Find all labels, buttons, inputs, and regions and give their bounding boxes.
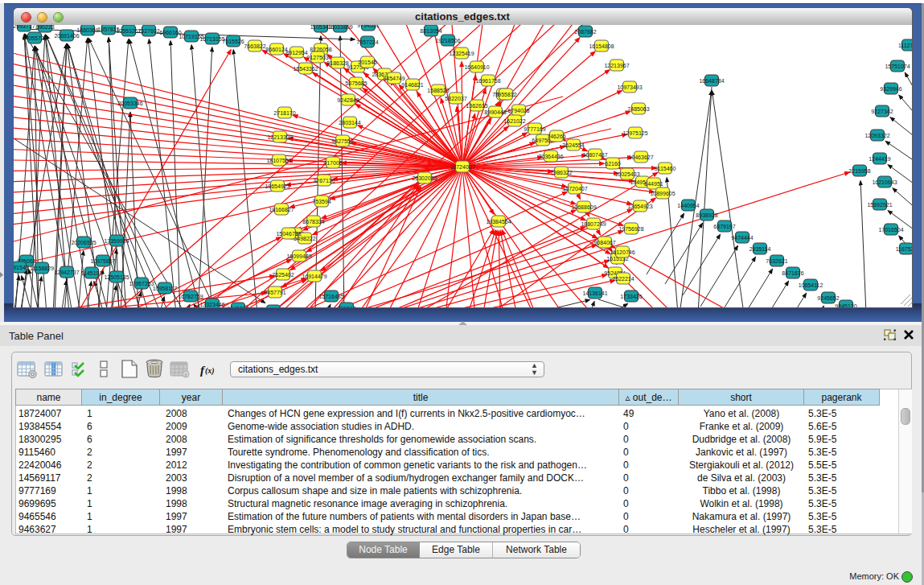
svg-text:1621022: 1621022 (503, 118, 525, 124)
svg-text:8471676: 8471676 (782, 270, 803, 276)
svg-text:9146821: 9146821 (401, 82, 423, 88)
svg-text:760312: 760312 (337, 306, 355, 308)
svg-text:7663822: 7663822 (244, 43, 265, 49)
svg-text:12213309: 12213309 (267, 134, 292, 140)
svg-text:1112747: 1112747 (898, 43, 912, 48)
svg-text:8990448: 8990448 (484, 109, 506, 115)
svg-text:844951: 844951 (644, 181, 663, 187)
svg-text:1588520: 1588520 (427, 88, 449, 93)
svg-text:8186328: 8186328 (326, 60, 348, 66)
svg-text:7632621: 7632621 (766, 258, 787, 264)
svg-text:9242848: 9242848 (337, 97, 359, 103)
svg-text:15720407: 15720407 (562, 186, 587, 192)
svg-text:746266: 746266 (547, 134, 565, 139)
svg-text:5498222: 5498222 (294, 236, 315, 241)
svg-text:16154808: 16154808 (589, 43, 614, 49)
svg-text:7986322: 7986322 (550, 170, 572, 175)
svg-text:16099489: 16099489 (286, 253, 311, 259)
svg-text:7522214: 7522214 (612, 276, 634, 282)
svg-text:17957253: 17957253 (129, 281, 154, 286)
svg-text:19756928: 19756928 (618, 226, 643, 232)
svg-text:20364436: 20364436 (538, 154, 563, 159)
svg-text:10973493: 10973493 (617, 84, 642, 90)
svg-text:9474444: 9474444 (731, 235, 753, 241)
svg-text:20206535: 20206535 (71, 240, 96, 245)
svg-text:12975125: 12975125 (622, 130, 647, 136)
svg-text:3624554: 3624554 (562, 142, 584, 148)
svg-text:7515526: 7515526 (222, 39, 244, 44)
svg-text:9115460: 9115460 (655, 166, 676, 171)
svg-text:9794531: 9794531 (357, 25, 379, 28)
svg-text:20053346: 20053346 (117, 101, 142, 106)
svg-text:19384554: 19384554 (486, 219, 511, 225)
svg-text:9084067: 9084067 (593, 240, 615, 245)
svg-text:9329946: 9329946 (880, 86, 901, 92)
svg-text:10025433: 10025433 (614, 171, 639, 177)
svg-text:1244419: 1244419 (869, 156, 890, 162)
svg-text:7485063: 7485063 (627, 106, 649, 112)
svg-text:16914479: 16914479 (302, 274, 326, 279)
svg-text:1167534: 1167534 (896, 246, 912, 252)
svg-text:20691406: 20691406 (54, 33, 79, 39)
svg-text:8938928: 8938928 (696, 212, 717, 218)
svg-text:890223: 890223 (35, 25, 54, 30)
svg-text:5875685: 5875685 (345, 80, 367, 86)
svg-text:3267130: 3267130 (313, 178, 335, 183)
svg-text:2718170: 2718170 (273, 110, 295, 116)
svg-text:9457791: 9457791 (264, 290, 285, 295)
svg-text:7857224: 7857224 (356, 39, 378, 45)
svg-text:8660124: 8660124 (265, 47, 287, 52)
svg-text:2935114: 2935114 (749, 246, 771, 252)
svg-text:1527602: 1527602 (138, 28, 159, 34)
svg-text:753594: 753594 (312, 199, 331, 204)
svg-text:10958117: 10958117 (153, 286, 178, 291)
svg-text:x: x (184, 372, 187, 377)
svg-text:9777169: 9777169 (524, 126, 545, 132)
svg-text:16713155: 16713155 (199, 36, 224, 42)
svg-text:2993717: 2993717 (14, 25, 35, 29)
svg-text:9127503: 9127503 (306, 55, 328, 60)
svg-text:18807249: 18807249 (581, 221, 606, 227)
svg-text:2087682: 2087682 (574, 29, 596, 35)
svg-text:16961758: 16961758 (475, 78, 500, 84)
svg-text:9245652: 9245652 (817, 295, 839, 301)
svg-text:201546: 201546 (358, 60, 376, 65)
svg-text:9245012: 9245012 (227, 306, 248, 308)
svg-text:6794028: 6794028 (507, 108, 529, 113)
svg-text:16210643: 16210643 (872, 179, 897, 185)
svg-text:5322037: 5322037 (445, 96, 466, 101)
svg-text:6879197: 6879197 (713, 224, 735, 229)
svg-text:13323446: 13323446 (199, 302, 224, 307)
svg-text:10654112: 10654112 (799, 282, 823, 288)
svg-text:17016504: 17016504 (878, 227, 903, 233)
svg-text:7955812: 7955812 (495, 92, 516, 97)
svg-text:1860369: 1860369 (76, 27, 98, 33)
svg-text:1733426: 1733426 (620, 294, 642, 299)
svg-text:18724007: 18724007 (450, 164, 474, 170)
svg-text:15716485: 15716485 (318, 294, 343, 299)
svg-text:62160: 62160 (605, 161, 621, 167)
svg-text:1145193: 1145193 (81, 270, 103, 276)
svg-text:417006: 417006 (323, 160, 342, 166)
svg-text:10463627: 10463627 (628, 154, 653, 160)
svg-text:(x): (x) (205, 366, 215, 376)
svg-text:8678334: 8678334 (302, 219, 324, 225)
svg-text:15692921: 15692921 (867, 202, 892, 208)
svg-text:16648784: 16648784 (699, 78, 724, 84)
svg-text:12213967: 12213967 (604, 63, 629, 68)
svg-text:14136141: 14136141 (582, 290, 607, 296)
svg-text:12942737: 12942737 (54, 270, 79, 275)
svg-text:25302035: 25302035 (412, 175, 437, 181)
svg-text:12505135: 12505135 (104, 274, 129, 280)
svg-text:14055724: 14055724 (22, 35, 47, 41)
svg-text:13654923: 13654923 (627, 204, 652, 209)
svg-text:8813054: 8813054 (420, 28, 441, 34)
svg-text:12325419: 12325419 (449, 51, 474, 56)
svg-text:19218506: 19218506 (435, 38, 460, 43)
svg-text:10975857: 10975857 (90, 258, 115, 264)
svg-text:16640910: 16640910 (464, 64, 489, 70)
svg-text:16120746: 16120746 (610, 249, 634, 255)
svg-text:16543362: 16543362 (293, 66, 318, 72)
svg-text:2803144: 2803144 (339, 120, 360, 126)
svg-text:9427552: 9427552 (331, 138, 353, 144)
